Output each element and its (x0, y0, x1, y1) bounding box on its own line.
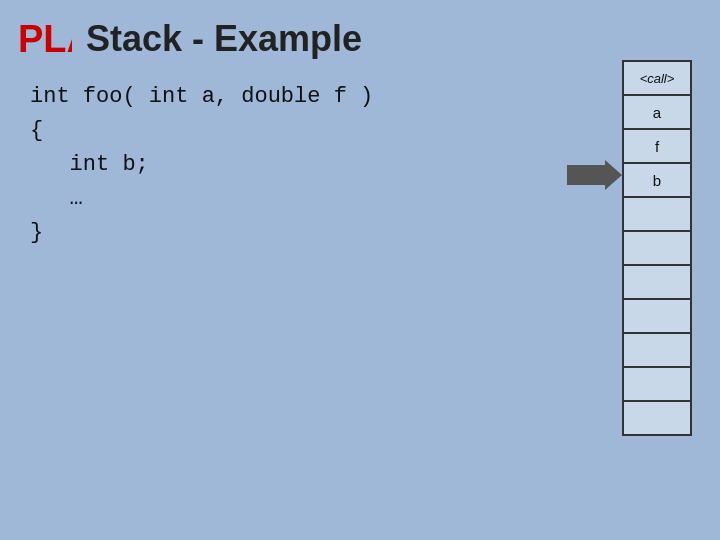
page-title: Stack - Example (86, 18, 362, 60)
stack-call-label: <call> (623, 61, 691, 95)
code-line-2: { (30, 114, 690, 148)
code-line-1: int foo( int a, double f ) (30, 80, 690, 114)
plab-logo: PLAB (18, 18, 72, 60)
stack-row-9 (623, 367, 691, 401)
svg-marker-1 (567, 160, 622, 190)
stack-row-a: a (623, 95, 691, 129)
stack-row-10 (623, 401, 691, 435)
stack-row-7 (623, 299, 691, 333)
stack-diagram: <call> a f b (622, 60, 692, 436)
stack-row-b: b (623, 163, 691, 197)
stack-row-5 (623, 231, 691, 265)
svg-text:PLAB: PLAB (18, 18, 72, 60)
slide: PLAB Stack - Example int foo( int a, dou… (0, 0, 720, 540)
header: PLAB Stack - Example (0, 0, 720, 70)
stack-row-6 (623, 265, 691, 299)
stack-arrow (567, 160, 622, 190)
code-line-6: } (30, 216, 690, 250)
stack-table: <call> a f b (622, 60, 692, 436)
stack-row-4 (623, 197, 691, 231)
stack-row-8 (623, 333, 691, 367)
stack-row-f: f (623, 129, 691, 163)
